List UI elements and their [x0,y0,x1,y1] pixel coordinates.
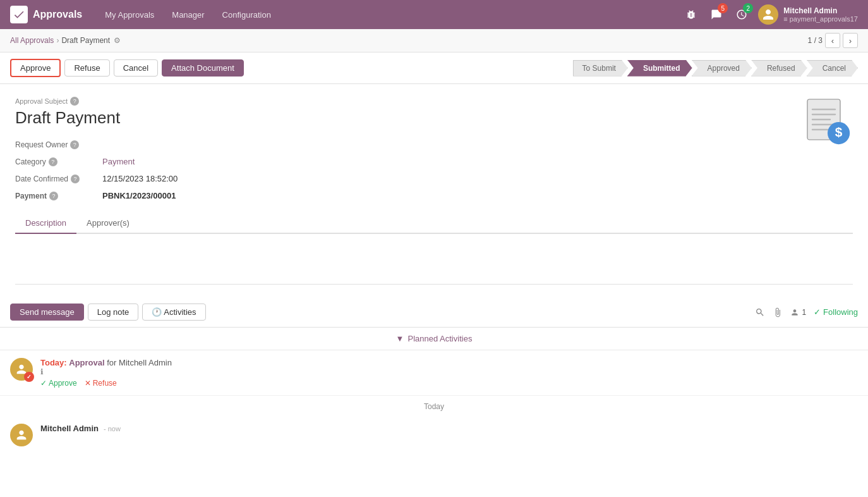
pagination-text: 1 / 3 [808,36,823,45]
category-label: Category ? [15,157,97,166]
message-item: Mitchell Admin - now [0,417,868,453]
activity-title: Today: Approval for Mitchell Admin ℹ [40,358,858,376]
chatter-right: 1 ✓ Following [755,307,858,317]
clock-badge: 2 [743,3,753,13]
form-icon: $ [802,97,853,147]
field-payment: Payment ? PBNK1/2023/00001 [15,191,178,200]
user-info[interactable]: Mitchell Admin payment_approvals17 [758,4,858,25]
followers-count[interactable]: 1 [790,308,806,317]
message-content: Mitchell Admin - now [40,424,858,446]
user-name: Mitchell Admin [783,6,858,15]
payment-help-icon[interactable]: ? [49,192,58,200]
payment-label: Payment ? [15,192,97,200]
main-form: Approval Subject ? Draft Payment Request… [0,84,868,297]
approval-subject-label: Approval Subject ? [15,97,178,106]
payment-value: PBNK1/2023/00001 [102,191,176,200]
nav-right: 5 2 Mitchell Admin payment_approvals17 [682,4,858,25]
date-confirmed-help-icon[interactable]: ? [71,175,80,183]
field-category: Category ? Payment [15,157,178,166]
log-note-button[interactable]: Log note [88,304,139,321]
bug-icon-btn[interactable] [682,6,700,23]
paperclip-icon[interactable] [773,307,783,317]
category-value: Payment [102,157,135,166]
app-icon [10,6,28,23]
refuse-button[interactable]: Refuse [64,59,109,77]
clock-icon-btn[interactable]: 2 [733,6,750,23]
status-to-submit[interactable]: To Submit [573,60,628,77]
activity-actions: ✓ Approve ✕ Refuse [40,379,858,388]
refuse-x-icon: ✕ [85,379,91,388]
form-left: Approval Subject ? Draft Payment Request… [15,97,178,200]
app-brand: Approvals [10,6,82,23]
pagination: 1 / 3 ‹ › [808,33,858,48]
date-divider: Today [0,395,868,417]
category-help-icon[interactable]: ? [49,157,57,166]
tab-description[interactable]: Description [15,213,76,234]
user-details: Mitchell Admin payment_approvals17 [783,6,858,23]
svg-text:$: $ [835,125,843,139]
approve-button[interactable]: Approve [10,59,61,77]
approval-subject-help-icon[interactable]: ? [70,97,79,106]
settings-gear-icon[interactable]: ⚙ [114,36,121,45]
content-area: Approve Refuse Cancel Attach Document To… [0,52,868,497]
chat-icon-btn[interactable]: 5 [708,6,725,23]
chevron-down-icon: ▼ [396,334,404,343]
cancel-button[interactable]: Cancel [114,59,158,77]
pagination-prev-button[interactable]: ‹ [825,33,840,48]
send-message-button[interactable]: Send message [10,304,84,321]
chat-badge: 5 [718,3,728,13]
request-owner-label: Request Owner ? [15,140,97,149]
pagination-next-button[interactable]: › [843,33,858,48]
app-name: Approvals [33,9,82,20]
nav-manager[interactable]: Manager [164,6,212,23]
tab-approvers[interactable]: Approver(s) [76,213,140,234]
date-confirmed-value: 12/15/2023 18:52:00 [102,174,178,183]
user-sub: payment_approvals17 [783,15,858,23]
activities-button[interactable]: 🕐 Activities [142,304,205,321]
field-request-owner: Request Owner ? [15,140,178,149]
record-title: Draft Payment [15,108,178,128]
field-date-confirmed: Date Confirmed ? 12/15/2023 18:52:00 [15,174,178,183]
action-bar: Approve Refuse Cancel Attach Document To… [0,52,868,84]
status-bar: To Submit Submitted Approved Refused Can… [574,60,858,77]
activity-avatar: ✓ [10,358,33,381]
status-submitted[interactable]: Submitted [627,60,692,77]
message-header: Mitchell Admin - now [40,424,858,433]
for-label: for [107,358,116,367]
message-time: - now [104,425,121,433]
nav-configuration[interactable]: Configuration [215,6,279,23]
breadcrumb-sep: › [56,36,59,45]
activity-approve-action[interactable]: ✓ Approve [40,379,77,388]
form-fields: Request Owner ? Category ? Payment [15,140,178,200]
status-cancel[interactable]: Cancel [807,60,858,77]
activity-refuse-action[interactable]: ✕ Refuse [85,379,117,388]
breadcrumb-current: Draft Payment ⚙ [61,36,121,45]
breadcrumb-bar: All Approvals › Draft Payment ⚙ 1 / 3 ‹ … [0,29,868,52]
chatter-bar: Send message Log note 🕐 Activities 1 ✓ [0,297,868,328]
nav-menu: My Approvals Manager Configuration [97,6,279,23]
user-avatar [758,4,778,25]
nav-my-approvals[interactable]: My Approvals [97,6,162,23]
message-avatar [10,424,33,446]
activity-info-icon[interactable]: ℹ [40,367,858,376]
top-navbar: Approvals My Approvals Manager Configura… [0,0,868,29]
breadcrumb-parent[interactable]: All Approvals [10,36,54,45]
breadcrumb: All Approvals › Draft Payment ⚙ [10,36,121,45]
today-label: Today: [40,358,67,367]
check-icon: ✓ [814,307,821,317]
category-link[interactable]: Payment [102,157,135,166]
request-owner-help-icon[interactable]: ? [70,140,79,149]
approve-check-icon: ✓ [40,379,47,388]
form-header: Approval Subject ? Draft Payment Request… [15,97,853,200]
following-button[interactable]: ✓ Following [814,307,858,317]
activity-type: Approval [69,358,104,367]
status-approved[interactable]: Approved [692,60,752,77]
activity-badge-icon: ✓ [24,372,34,382]
activity-person: Mitchell Admin [119,358,172,367]
attach-document-button[interactable]: Attach Document [162,59,244,77]
activity-item: ✓ Today: Approval for Mitchell Admin ℹ [0,350,868,395]
tab-content-description [15,234,853,285]
search-icon[interactable] [755,307,765,317]
date-confirmed-label: Date Confirmed ? [15,175,97,183]
status-refused[interactable]: Refused [751,60,807,77]
